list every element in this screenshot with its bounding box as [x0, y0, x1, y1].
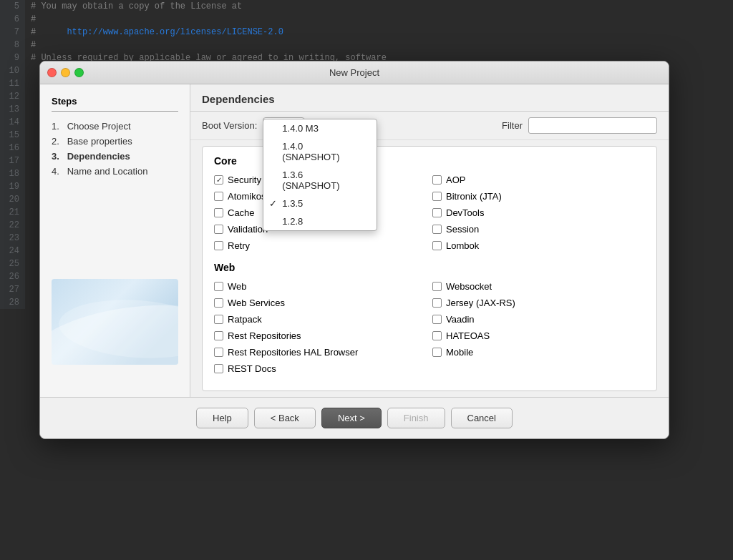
dep-ratpack-checkbox[interactable]	[214, 315, 223, 324]
dep-session-checkbox[interactable]	[432, 225, 442, 234]
dep-web-services[interactable]: Web Services	[214, 295, 427, 310]
dep-mobile-checkbox[interactable]	[432, 348, 442, 357]
dep-lombok-label: Lombok	[446, 240, 479, 251]
boot-version-label: Boot Version:	[202, 120, 257, 131]
dep-devtools-label: DevTools	[446, 207, 484, 218]
version-option-4[interactable]: 1.3.5	[263, 195, 377, 212]
dep-rest-repos-checkbox[interactable]	[214, 331, 223, 340]
dep-validation-label: Validation	[228, 224, 268, 235]
dep-jersey-checkbox[interactable]	[432, 298, 442, 308]
dep-rest-docs[interactable]: REST Docs	[214, 361, 427, 376]
dep-validation-checkbox[interactable]	[214, 225, 223, 234]
dep-cache-checkbox[interactable]	[214, 208, 223, 217]
dep-hateoas-checkbox[interactable]	[432, 331, 442, 340]
maximize-button[interactable]	[74, 68, 84, 77]
step-2: 2. Base properties	[52, 134, 178, 149]
dep-jersey[interactable]: Jersey (JAX-RS)	[432, 295, 645, 310]
version-dropdown[interactable]: 1.3.5 1.4.0 M3 1.4.0 (SNAPSHOT) 1.3.6 (S…	[263, 117, 305, 134]
dep-web-checkbox[interactable]	[214, 282, 223, 291]
web-section-title: Web	[214, 262, 645, 273]
dialog-body: Steps 1. Choose Project 2. Base properti…	[40, 84, 669, 397]
dep-mobile[interactable]: Mobile	[432, 345, 645, 360]
step-4: 4. Name and Location	[52, 164, 178, 179]
dialog-titlebar: New Project	[40, 62, 669, 84]
next-button[interactable]: Next >	[321, 408, 382, 428]
dep-websocket-label: Websocket	[446, 281, 492, 292]
dep-aop-checkbox[interactable]	[432, 175, 442, 185]
dep-web-services-checkbox[interactable]	[214, 298, 223, 308]
dep-cache-label: Cache	[228, 207, 255, 218]
dep-retry-checkbox[interactable]	[214, 241, 223, 250]
sidebar: Steps 1. Choose Project 2. Base properti…	[40, 84, 190, 397]
dep-vaadin-label: Vaadin	[446, 314, 475, 325]
version-option-1[interactable]: 1.4.0 M3	[263, 119, 377, 137]
dep-bitronix-label: Bitronix (JTA)	[446, 191, 502, 202]
web-deps-grid: Web Websocket Web Services Jersey (JAX-R…	[214, 279, 645, 376]
dep-security-checkbox[interactable]	[214, 175, 223, 185]
sidebar-decoration	[52, 279, 178, 365]
license-link[interactable]: http://www.apache.org/licenses/LICENSE-2…	[67, 27, 283, 37]
finish-button[interactable]: Finish	[387, 408, 445, 428]
dep-aop-label: AOP	[446, 175, 465, 185]
dep-websocket-checkbox[interactable]	[432, 282, 442, 291]
dep-bitronix-checkbox[interactable]	[432, 192, 442, 201]
step-3-active: 3. Dependencies	[52, 149, 178, 164]
dep-devtools-checkbox[interactable]	[432, 208, 442, 217]
dep-jersey-label: Jersey (JAX-RS)	[446, 298, 515, 308]
dep-hateoas-label: HATEOAS	[446, 330, 490, 341]
dep-security-label: Security	[228, 175, 261, 185]
boot-version-row: Boot Version: 1.3.5 1.4.0 M3 1.4.0 (SNAP…	[190, 112, 669, 140]
main-content: Dependencies Boot Version: 1.3.5 1.4.0 M…	[190, 84, 669, 397]
back-button[interactable]: < Back	[254, 408, 316, 428]
dep-ratpack-label: Ratpack	[228, 314, 262, 325]
dep-hateoas[interactable]: HATEOAS	[432, 328, 645, 343]
main-header: Dependencies	[190, 84, 669, 112]
dep-websocket[interactable]: Websocket	[432, 279, 645, 294]
dep-aop[interactable]: AOP	[432, 172, 645, 187]
sidebar-title: Steps	[52, 96, 178, 112]
filter-input[interactable]	[528, 117, 657, 134]
traffic-lights	[47, 68, 84, 77]
steps-list: 1. Choose Project 2. Base properties 3. …	[52, 119, 178, 179]
dep-session[interactable]: Session	[432, 222, 645, 237]
dep-lombok[interactable]: Lombok	[432, 238, 645, 253]
dep-ratpack[interactable]: Ratpack	[214, 312, 427, 327]
dep-rest-repos[interactable]: Rest Repositories	[214, 328, 427, 343]
dep-mobile-label: Mobile	[446, 347, 473, 358]
dep-rest-repos-hal-label: Rest Repositories HAL Browser	[228, 347, 358, 358]
dep-rest-repos-hal[interactable]: Rest Repositories HAL Browser	[214, 345, 427, 360]
close-button[interactable]	[47, 68, 57, 77]
version-dropdown-menu: 1.4.0 M3 1.4.0 (SNAPSHOT) 1.3.6 (SNAPSHO…	[263, 119, 377, 231]
step-1: 1. Choose Project	[52, 119, 178, 134]
dep-retry-label: Retry	[228, 240, 250, 251]
new-project-dialog: New Project Steps 1. Choose Project 2. B…	[39, 61, 669, 439]
dep-vaadin[interactable]: Vaadin	[432, 312, 645, 327]
dep-web[interactable]: Web	[214, 279, 427, 294]
dep-devtools[interactable]: DevTools	[432, 205, 645, 220]
version-option-5[interactable]: 1.2.8	[263, 212, 377, 230]
dep-web-services-label: Web Services	[228, 298, 285, 308]
version-option-2[interactable]: 1.4.0 (SNAPSHOT)	[263, 137, 377, 166]
dialog-title: New Project	[49, 67, 660, 78]
minimize-button[interactable]	[61, 68, 70, 77]
dep-web-label: Web	[228, 281, 247, 292]
filter-label: Filter	[502, 120, 523, 131]
dep-rest-docs-label: REST Docs	[228, 363, 276, 374]
dep-retry[interactable]: Retry	[214, 238, 427, 253]
bottom-bar: Help < Back Next > Finish Cancel	[40, 397, 669, 438]
dep-atomikos-checkbox[interactable]	[214, 192, 223, 201]
section-title: Dependencies	[202, 93, 275, 105]
dep-rest-docs-checkbox[interactable]	[214, 364, 223, 373]
dep-session-label: Session	[446, 224, 479, 235]
version-option-3[interactable]: 1.3.6 (SNAPSHOT)	[263, 166, 377, 195]
cancel-button[interactable]: Cancel	[451, 408, 513, 428]
dep-rest-repos-hal-checkbox[interactable]	[214, 348, 223, 357]
dep-vaadin-checkbox[interactable]	[432, 315, 442, 324]
dep-lombok-checkbox[interactable]	[432, 241, 442, 250]
dep-bitronix[interactable]: Bitronix (JTA)	[432, 189, 645, 204]
help-button[interactable]: Help	[196, 408, 248, 428]
dep-rest-repos-label: Rest Repositories	[228, 330, 301, 341]
